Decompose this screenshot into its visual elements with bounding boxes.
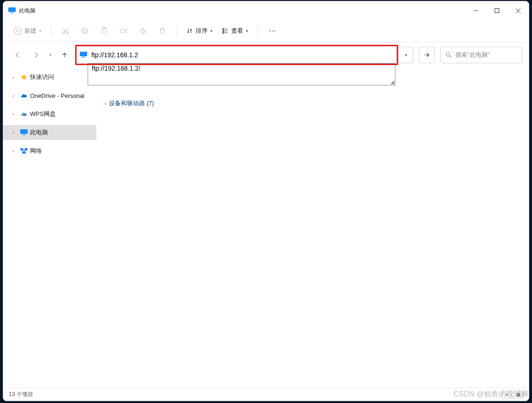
- sidebar-item-network[interactable]: › 网络: [3, 144, 96, 158]
- chevron-down-icon: ▾: [246, 29, 248, 33]
- window-controls: [465, 3, 529, 18]
- svg-rect-21: [223, 32, 224, 33]
- cut-icon[interactable]: [57, 23, 74, 39]
- star-icon: [20, 73, 28, 81]
- resize-handle-icon[interactable]: ◢: [390, 79, 394, 85]
- address-wrap: ftp://192.168.1.2/ ◢: [75, 47, 396, 63]
- navbar: ▾ ftp://192.168.1.2/ ◢ ▾ 搜索"此电脑": [3, 42, 529, 68]
- copy-icon[interactable]: [76, 23, 94, 39]
- svg-rect-32: [23, 134, 25, 135]
- svg-line-36: [22, 150, 24, 151]
- search-box[interactable]: 搜索"此电脑": [440, 47, 522, 63]
- up-button[interactable]: [57, 47, 72, 63]
- chevron-down-icon: ▾: [210, 29, 213, 33]
- svg-rect-13: [84, 30, 88, 34]
- statusbar: 13 个项目 ≡ ▦: [3, 388, 529, 401]
- monitor-icon: [79, 51, 88, 59]
- sidebar-item-label: 此电脑: [30, 128, 48, 137]
- close-button[interactable]: [508, 3, 529, 18]
- sidebar-item-wps[interactable]: › WPS网盘: [3, 107, 96, 121]
- svg-line-28: [449, 56, 451, 58]
- forward-button[interactable]: [28, 47, 44, 63]
- chevron-right-icon: ›: [12, 130, 18, 135]
- cloud-icon: [20, 91, 28, 100]
- address-history-dropdown[interactable]: ▾: [399, 47, 413, 63]
- svg-rect-20: [223, 30, 224, 31]
- sort-label: 排序: [196, 27, 208, 35]
- new-label: 新建: [24, 27, 36, 35]
- window-title: 此电脑: [19, 7, 36, 15]
- chevron-right-icon: ›: [12, 75, 18, 80]
- svg-point-27: [446, 53, 450, 56]
- monitor-icon: [8, 6, 16, 15]
- more-button[interactable]: ⋯: [263, 26, 281, 35]
- recent-dropdown[interactable]: ▾: [47, 47, 54, 63]
- svg-rect-33: [20, 148, 24, 150]
- separator: [51, 25, 51, 36]
- separator: [177, 25, 177, 36]
- titlebar: 此电脑: [3, 1, 529, 20]
- sidebar-item-onedrive[interactable]: › OneDrive - Personal: [3, 88, 96, 103]
- toolbar: 新建 ▾ 排序 ▾ 查看 ▾ ⋯: [3, 20, 529, 42]
- sidebar-item-quick-access[interactable]: › 快速访问: [3, 70, 96, 84]
- title-left: 此电脑: [8, 6, 36, 15]
- status-item-count: 13 个项目: [9, 391, 33, 398]
- content-pane[interactable]: › 设备和驱动器 (7): [96, 68, 529, 388]
- go-button[interactable]: [419, 47, 435, 63]
- rename-icon[interactable]: [115, 23, 132, 39]
- svg-point-30: [24, 114, 26, 115]
- sidebar-item-label: OneDrive - Personal: [30, 92, 84, 99]
- paste-icon[interactable]: [96, 23, 113, 39]
- separator: [257, 25, 258, 36]
- cloud-multi-icon: [20, 110, 28, 118]
- network-icon: [20, 147, 28, 155]
- sidebar-item-label: 快速访问: [30, 73, 54, 81]
- explorer-window: 此电脑 新建 ▾ 排序 ▾ 查看 ▾: [3, 1, 529, 401]
- svg-rect-14: [82, 28, 86, 32]
- svg-rect-1: [11, 12, 13, 13]
- svg-rect-3: [495, 9, 499, 13]
- chevron-right-icon: ›: [105, 101, 106, 106]
- autosuggest-item[interactable]: ftp://192.168.1.2/: [88, 64, 395, 73]
- sidebar-item-label: 网络: [30, 147, 42, 155]
- search-icon: [445, 52, 452, 58]
- address-autosuggest: ftp://192.168.1.2/ ◢: [88, 63, 395, 85]
- svg-rect-26: [82, 57, 85, 58]
- svg-line-37: [24, 150, 26, 151]
- address-bar[interactable]: [75, 47, 396, 63]
- svg-rect-19: [223, 28, 224, 29]
- share-icon[interactable]: [134, 23, 152, 39]
- sort-button[interactable]: 排序 ▾: [183, 25, 216, 37]
- minimize-button[interactable]: [465, 3, 486, 18]
- svg-rect-17: [120, 29, 126, 33]
- monitor-icon: [20, 128, 28, 137]
- maximize-button[interactable]: [486, 3, 508, 18]
- plus-circle-icon: [13, 27, 22, 35]
- chevron-right-icon: ›: [12, 149, 18, 154]
- svg-rect-0: [8, 7, 16, 12]
- svg-point-29: [22, 114, 24, 115]
- back-button[interactable]: [10, 47, 25, 63]
- view-label: 查看: [231, 27, 243, 35]
- chevron-right-icon: ›: [12, 93, 18, 98]
- sidebar-item-this-pc[interactable]: › 此电脑: [3, 125, 96, 140]
- view-button[interactable]: 查看 ▾: [218, 25, 252, 37]
- watermark: CSDN @粗鲁的攻城狮: [454, 390, 528, 399]
- sidebar-item-label: WPS网盘: [30, 110, 56, 118]
- sidebar: › 快速访问 › OneDrive - Personal › WPS网盘 › 此…: [3, 68, 96, 388]
- group-label: 设备和驱动器 (7): [109, 99, 154, 108]
- view-icon: [222, 28, 228, 34]
- svg-rect-35: [22, 151, 26, 154]
- sort-icon: [186, 28, 193, 34]
- new-button[interactable]: 新建 ▾: [10, 25, 45, 37]
- delete-icon[interactable]: [154, 23, 171, 39]
- svg-rect-31: [20, 129, 28, 134]
- body: › 快速访问 › OneDrive - Personal › WPS网盘 › 此…: [3, 68, 529, 388]
- chevron-right-icon: ›: [12, 112, 18, 117]
- group-devices[interactable]: › 设备和驱动器 (7): [103, 97, 522, 109]
- svg-rect-25: [80, 52, 87, 56]
- search-placeholder: 搜索"此电脑": [455, 51, 490, 59]
- address-input[interactable]: [91, 47, 392, 63]
- svg-rect-34: [24, 148, 28, 150]
- chevron-down-icon: ▾: [39, 29, 42, 33]
